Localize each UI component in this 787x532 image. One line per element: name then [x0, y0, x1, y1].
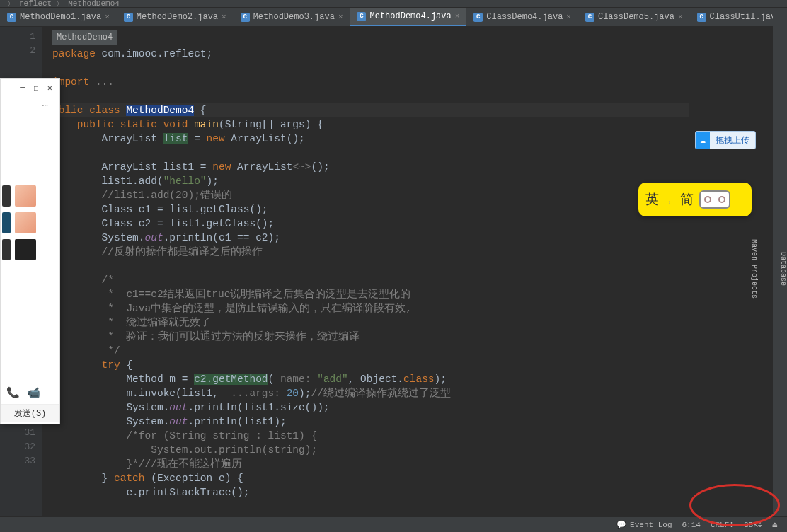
right-toolwindow-bar: Database Maven Projects — [773, 8, 787, 516]
tab-label: MethodDemo3.java — [253, 12, 335, 22]
tab-label: MethodDemo4.java — [369, 11, 451, 21]
upload-button[interactable]: ☁ 拖拽上传 — [695, 131, 756, 149]
editor-tabs: CMethodDemo1.java×CMethodDemo2.java×CMet… — [0, 8, 787, 27]
more-dots[interactable]: … — [1, 98, 59, 116]
tool-database[interactable]: Database — [779, 252, 787, 286]
cloud-icon: ☁ — [696, 132, 710, 149]
avatar-2[interactable] — [15, 212, 36, 233]
tab-close-icon[interactable]: × — [566, 13, 571, 21]
tab-close-icon[interactable]: × — [105, 13, 110, 21]
tab-5[interactable]: CClassDemo5.java× — [578, 8, 690, 26]
tab-close-icon[interactable]: × — [338, 13, 343, 21]
editor-area: 12 2930313233 MethodDemo4 package com.im… — [0, 27, 787, 516]
video-icon[interactable]: 📹 — [27, 386, 40, 400]
tab-close-icon[interactable]: × — [678, 13, 683, 21]
status-bar: 💬 Event Log 6:14 CRLF≑ GBK≑ ⏏ — [0, 516, 787, 532]
chat-side-panel: — ☐ ✕ … 📞 📹 发送(S) — [0, 78, 60, 424]
lock-icon[interactable]: ⏏ — [772, 520, 777, 529]
tab-1[interactable]: CMethodDemo2.java× — [117, 8, 234, 26]
tab-3[interactable]: CMethodDemo4.java× — [350, 8, 466, 26]
avatar-1[interactable] — [15, 185, 36, 207]
ime-mode: 简 — [680, 190, 694, 209]
tab-label: MethodDemo2.java — [137, 12, 218, 22]
java-file-icon: C — [241, 13, 250, 22]
minimize-icon[interactable]: — — [20, 83, 25, 93]
java-file-icon: C — [7, 13, 16, 22]
event-log-button[interactable]: 💬 Event Log — [616, 520, 672, 529]
bc-a[interactable]: reflect — [19, 0, 52, 8]
tab-label: ClassDemo5.java — [598, 12, 674, 22]
upload-label: 拖拽上传 — [710, 134, 755, 146]
breadcrumb-bar: 〉 reflect 〉 MethodDemo4 — [0, 0, 787, 8]
tab-close-icon[interactable]: × — [222, 13, 226, 21]
tab-label: ClassDemo4.java — [486, 12, 563, 22]
minion-eyes-icon — [699, 190, 730, 209]
ime-sep: ， — [665, 193, 674, 206]
java-file-icon: C — [697, 13, 706, 22]
java-file-icon: C — [585, 13, 594, 22]
tab-0[interactable]: CMethodDemo1.java× — [0, 8, 117, 26]
class-crumb[interactable]: MethodDemo4 — [52, 30, 117, 45]
encoding[interactable]: GBK≑ — [744, 520, 762, 529]
avatar-3[interactable] — [15, 239, 36, 260]
ime-indicator[interactable]: 英 ， 简 — [638, 183, 752, 216]
send-button[interactable]: 发送(S) — [1, 404, 59, 422]
java-file-icon: C — [357, 12, 366, 21]
line-ending[interactable]: CRLF≑ — [711, 520, 734, 529]
maximize-icon[interactable]: ☐ — [34, 83, 39, 93]
tool-maven[interactable]: Maven Projects — [750, 239, 758, 299]
tab-label: ClassUtil.java — [710, 12, 781, 22]
tab-close-icon[interactable]: × — [455, 12, 460, 21]
java-file-icon: C — [473, 13, 483, 22]
cursor-pos: 6:14 — [682, 521, 701, 529]
ime-lang: 英 — [645, 190, 659, 209]
tab-label: MethodDemo1.java — [20, 12, 101, 22]
code-area[interactable]: MethodDemo4 package com.imooc.reflect; i… — [42, 27, 787, 516]
close-icon[interactable]: ✕ — [47, 83, 52, 93]
java-file-icon: C — [124, 13, 133, 22]
bc-b[interactable]: MethodDemo4 — [68, 0, 120, 8]
bubble-icon: 💬 — [616, 520, 626, 529]
phone-icon[interactable]: 📞 — [6, 386, 20, 400]
tab-2[interactable]: CMethodDemo3.java× — [234, 8, 350, 26]
tab-4[interactable]: CClassDemo4.java× — [466, 8, 578, 26]
